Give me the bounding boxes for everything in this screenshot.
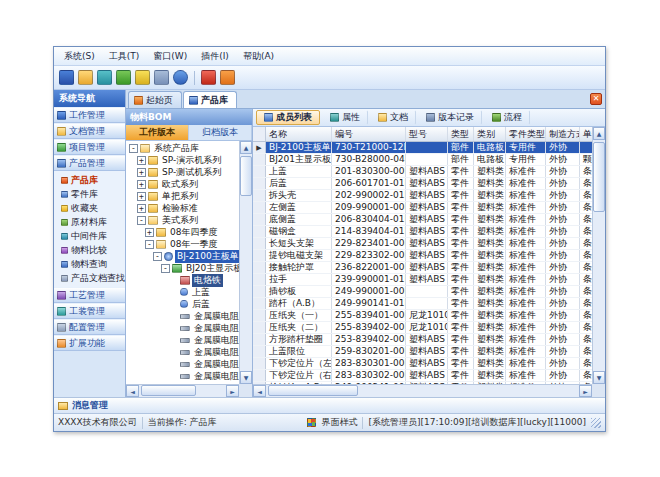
- tree-node[interactable]: 电烙铁: [126, 274, 239, 286]
- scroll-thumb[interactable]: [593, 142, 605, 212]
- table-row[interactable]: 方形踏杆垫圈 253-839402-00E 塑料ABS 零件 塑料类 标准件 外…: [253, 334, 592, 346]
- version-tab[interactable]: 归档版本: [189, 125, 252, 140]
- nav-item[interactable]: 物料查询: [54, 257, 125, 271]
- tree-node[interactable]: + SP-测试机系列: [126, 166, 239, 178]
- table-row[interactable]: 下钞定位片（左） 283-830301-00E 塑料ABS 零件 塑料类 标准件…: [253, 358, 592, 370]
- tree-node[interactable]: + 08年四季度: [126, 226, 239, 238]
- member-tab[interactable]: 属性: [322, 110, 368, 125]
- table-row[interactable]: 磁钢盒 214-839404-01E 塑料ABS 零件 塑料类 标准件 外协 条: [253, 226, 592, 238]
- member-tab[interactable]: 文档: [370, 110, 416, 125]
- column-header-name[interactable]: 名称: [266, 127, 332, 141]
- scroll-right-icon[interactable]: ►: [579, 385, 592, 397]
- home-icon[interactable]: [59, 70, 74, 85]
- nav-item[interactable]: 原材料库: [54, 215, 125, 229]
- stop-icon[interactable]: [201, 70, 216, 85]
- tree-expander-icon[interactable]: -: [137, 216, 146, 225]
- tree-node[interactable]: - 美式系列: [126, 214, 239, 226]
- member-tab[interactable]: 成员列表: [256, 110, 320, 125]
- tree-node[interactable]: - BJ-2100主板单点: [126, 250, 239, 262]
- menu-item[interactable]: 系统(S): [57, 49, 102, 64]
- style-icon[interactable]: [307, 418, 316, 427]
- table-horizontal-scrollbar[interactable]: ◄ ►: [253, 384, 592, 397]
- column-header-category[interactable]: 类别: [474, 127, 506, 141]
- tree-expander-icon[interactable]: +: [137, 192, 146, 201]
- tree-node[interactable]: 金属膜电阻器: [126, 358, 239, 370]
- scroll-up-icon[interactable]: ▲: [593, 127, 605, 140]
- table-row[interactable]: 压纸夹（二） 255-839402-00E 尼龙1010 零件 塑料类 标准件 …: [253, 322, 592, 334]
- tree-expander-icon[interactable]: +: [137, 168, 146, 177]
- column-header-type[interactable]: 类型: [448, 127, 474, 141]
- column-header-model[interactable]: 型号: [406, 127, 448, 141]
- menu-item[interactable]: 帮助(A): [236, 49, 281, 64]
- column-header-code[interactable]: 编号: [332, 127, 406, 141]
- tree-expander-icon[interactable]: -: [145, 240, 154, 249]
- scroll-down-icon[interactable]: ▼: [240, 371, 252, 384]
- tree-node[interactable]: 后盖: [126, 298, 239, 310]
- scroll-down-icon[interactable]: ▼: [593, 371, 605, 384]
- menu-item[interactable]: 工具(T): [102, 49, 147, 64]
- tree-vertical-scrollbar[interactable]: ▲ ▼: [239, 141, 252, 384]
- table-row[interactable]: 接触轮护罩 236-822001-00E 塑料ABS 零件 塑料类 标准件 外协…: [253, 262, 592, 274]
- message-bar[interactable]: 消息管理: [54, 397, 605, 413]
- tree-expander-icon[interactable]: +: [145, 228, 154, 237]
- search-icon[interactable]: [116, 70, 131, 85]
- tree-node[interactable]: 金属膜电阻器: [126, 334, 239, 346]
- mail-icon[interactable]: [135, 70, 150, 85]
- menu-item[interactable]: 插件(I): [194, 49, 236, 64]
- open-icon[interactable]: [78, 70, 93, 85]
- table-row[interactable]: 长短头支架 229-823401-00E 塑料ABS 零件 塑料类 标准件 外协…: [253, 238, 592, 250]
- tree-expander-icon[interactable]: -: [153, 252, 162, 261]
- table-row[interactable]: 提钞电磁支架 229-823302-00E 塑料ABS 零件 塑料类 标准件 外…: [253, 250, 592, 262]
- scroll-thumb[interactable]: [268, 385, 358, 396]
- table-row[interactable]: 上盖 201-830300-00E 塑料ABS 零件 塑料类 标准件 外协 条: [253, 166, 592, 178]
- tree-node[interactable]: 金属膜电阻器: [126, 346, 239, 358]
- scroll-thumb[interactable]: [240, 156, 252, 196]
- scroll-up-icon[interactable]: ▲: [240, 141, 252, 154]
- tree-horizontal-scrollbar[interactable]: ◄ ►: [126, 384, 239, 397]
- table-row[interactable]: 拆头壳 202-990002-01E 塑料ABS 零件 塑料类 标准件 外协 条: [253, 190, 592, 202]
- nav-group[interactable]: 工艺管理: [54, 287, 125, 303]
- resize-grip[interactable]: [591, 418, 601, 428]
- nav-item[interactable]: 零件库: [54, 187, 125, 201]
- table-row[interactable]: 上盖限位 259-830201-00E 塑料ABS 零件 塑料类 标准件 外协 …: [253, 346, 592, 358]
- nav-group[interactable]: 扩展功能: [54, 335, 125, 351]
- tree-expander-icon[interactable]: +: [137, 180, 146, 189]
- help-icon[interactable]: [173, 70, 188, 85]
- table-row[interactable]: BJ201主显示板 730-B28000-04E 部件 电路板 专用件 外协 颗: [253, 154, 592, 166]
- document-tab[interactable]: 起始页: [128, 91, 182, 108]
- nav-group[interactable]: 工装管理: [54, 303, 125, 319]
- nav-group-product[interactable]: 产品管理: [54, 155, 125, 171]
- table-vertical-scrollbar[interactable]: ▲ ▼: [592, 127, 605, 384]
- document-tab[interactable]: 产品库: [183, 91, 237, 108]
- tree-node[interactable]: - 系统产品库: [126, 142, 239, 154]
- table-row[interactable]: 插钞板 249-990001-00E 零件 塑料类 标准件 外协 条: [253, 286, 592, 298]
- tree-node[interactable]: + 欧式系列: [126, 178, 239, 190]
- table-row[interactable]: 底侧盖 206-830404-01E 塑料ABS 零件 塑料类 标准件 外协 条: [253, 214, 592, 226]
- table-row[interactable]: 拉手 239-990001-01E 塑料ABS 零件 塑料类 标准件 外协 条: [253, 274, 592, 286]
- nav-group[interactable]: 项目管理: [54, 139, 125, 155]
- tree-node[interactable]: + SP-演示机系列: [126, 154, 239, 166]
- column-header-mfg[interactable]: 制造方式: [546, 127, 580, 141]
- tree-node[interactable]: - BJ20主显示板: [126, 262, 239, 274]
- print-icon[interactable]: [154, 70, 169, 85]
- exit-icon[interactable]: [220, 70, 235, 85]
- tree-expander-icon[interactable]: +: [137, 204, 146, 213]
- nav-group[interactable]: 文档管理: [54, 123, 125, 139]
- tree-expander-icon[interactable]: -: [129, 144, 138, 153]
- scroll-left-icon[interactable]: ◄: [126, 385, 139, 397]
- scroll-left-icon[interactable]: ◄: [253, 385, 266, 397]
- table-row[interactable]: 踏杆（A.B） 249-990141-01E 零件 塑料类 标准件 外协 条: [253, 298, 592, 310]
- scroll-right-icon[interactable]: ►: [226, 385, 239, 397]
- table-row[interactable]: 后盖 206-601701-01E 塑料ABS 零件 塑料类 标准件 外协 条: [253, 178, 592, 190]
- column-header-part-type[interactable]: 零件类型: [506, 127, 546, 141]
- tree-node[interactable]: 金属膜电阻器: [126, 370, 239, 382]
- scroll-thumb[interactable]: [141, 385, 196, 396]
- tree-node[interactable]: + 检验标准: [126, 202, 239, 214]
- tree-expander-icon[interactable]: +: [137, 156, 146, 165]
- nav-item[interactable]: 物料比较: [54, 243, 125, 257]
- close-page-icon[interactable]: ✕: [590, 93, 602, 105]
- version-tab[interactable]: 工作版本: [126, 125, 189, 140]
- column-header-unit[interactable]: 单位: [580, 127, 592, 141]
- refresh-icon[interactable]: [97, 70, 112, 85]
- table-row[interactable]: 左侧盖 209-990001-00E 塑料ABS 零件 塑料类 标准件 外协 条: [253, 202, 592, 214]
